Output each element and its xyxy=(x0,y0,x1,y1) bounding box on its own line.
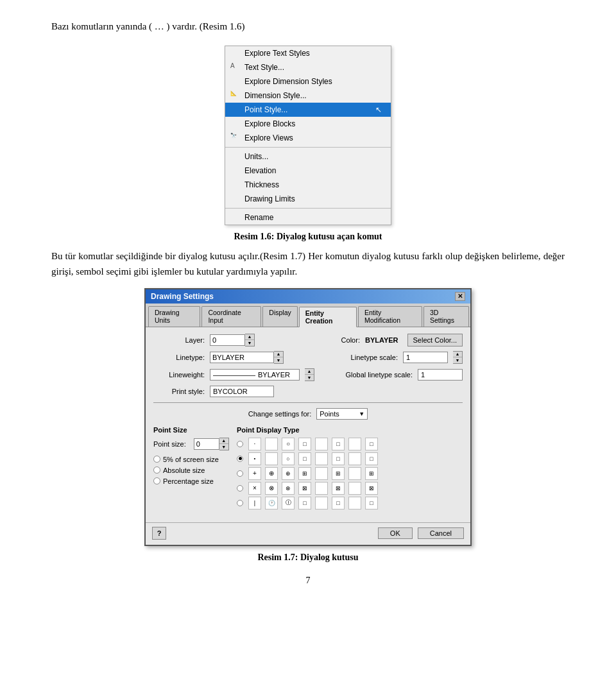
option-absolute-size[interactable]: Absolute size xyxy=(153,466,230,474)
pt5-sq-line[interactable]: □ xyxy=(298,497,311,509)
menu-item-thickness[interactable]: Thickness xyxy=(225,178,391,192)
lw-up-arrow[interactable]: ▲ xyxy=(305,369,314,375)
pt-square3[interactable]: □ xyxy=(365,438,378,450)
pt3-circle-plus[interactable]: ⊕ xyxy=(282,467,295,480)
ps-up-arrow[interactable]: ▲ xyxy=(219,438,228,444)
pt4-r6[interactable] xyxy=(348,482,361,495)
pt5-r7[interactable] xyxy=(315,497,328,509)
menu-item-explore-blocks[interactable]: Explore Blocks xyxy=(225,117,391,131)
pt-none[interactable] xyxy=(265,438,278,450)
pt-r2[interactable] xyxy=(348,438,361,450)
no-icon xyxy=(230,180,241,190)
pt2-sq3[interactable]: □ xyxy=(365,452,378,465)
linetype-down-arrow[interactable]: ▼ xyxy=(274,357,283,363)
context-menu: Explore Text Styles A Text Style... Expl… xyxy=(225,46,391,225)
linetype-scale-input[interactable] xyxy=(403,352,448,363)
pt-r1[interactable] xyxy=(315,438,328,450)
pt2-circle[interactable]: ○ xyxy=(282,452,295,465)
pt5-clock[interactable]: 🕐 xyxy=(265,497,278,509)
global-linetype-input[interactable] xyxy=(418,369,463,381)
menu-item-units[interactable]: Units... xyxy=(225,150,391,164)
linetype-input[interactable] xyxy=(210,352,274,363)
menu-item-drawing-limits[interactable]: Drawing Limits xyxy=(225,192,391,206)
pt4-x2[interactable]: ⊗ xyxy=(265,482,278,495)
tab-entity-modification[interactable]: Entity Modification xyxy=(358,306,422,327)
menu-item-explore-dimension-styles[interactable]: Explore Dimension Styles xyxy=(225,74,391,89)
pt-radio-row2[interactable] xyxy=(237,456,243,462)
pt2-r2[interactable] xyxy=(348,452,361,465)
point-size-input[interactable] xyxy=(194,438,219,450)
tab-display[interactable]: Display xyxy=(262,306,297,327)
pt2-r1[interactable] xyxy=(315,452,328,465)
radio-screen-size[interactable] xyxy=(153,456,160,463)
pt3-sq-plus[interactable]: ⊞ xyxy=(298,467,311,480)
caption-2: Resim 1.7: Diyalog kutusu xyxy=(51,552,565,563)
lts-down-arrow[interactable]: ▼ xyxy=(453,357,462,363)
print-style-input[interactable] xyxy=(210,386,274,397)
ok-button[interactable]: OK xyxy=(378,527,413,539)
menu-item-point-style[interactable]: Point Style... ↖ xyxy=(225,103,391,117)
pt-radio-row1[interactable] xyxy=(237,441,243,447)
pt-radio-row5[interactable] xyxy=(237,500,243,506)
pt-square[interactable]: □ xyxy=(298,438,311,450)
option-percentage-size[interactable]: Percentage size xyxy=(153,477,230,485)
help-button[interactable]: ? xyxy=(152,527,166,540)
menu-item-elevation[interactable]: Elevation xyxy=(225,164,391,178)
pt5-sq-line2[interactable]: □ xyxy=(332,497,345,509)
layer-spinbox[interactable]: ▲ ▼ xyxy=(210,334,255,346)
pt4-x[interactable]: × xyxy=(248,482,261,495)
pt3-sq-plus2[interactable]: ⊞ xyxy=(332,467,345,480)
tab-3d-settings[interactable]: 3D Settings xyxy=(424,306,469,327)
pt3-r4[interactable] xyxy=(348,467,361,480)
pt3-plus2[interactable]: ⊕ xyxy=(265,467,278,480)
point-size-spinbox[interactable]: ▲ ▼ xyxy=(194,438,229,450)
menu-separator-1 xyxy=(225,147,391,148)
select-color-button[interactable]: Select Color... xyxy=(407,334,463,346)
radio-absolute-size[interactable] xyxy=(153,466,160,474)
close-button[interactable]: ✕ xyxy=(455,292,465,301)
radio-percentage-size[interactable] xyxy=(153,477,160,484)
tab-drawing-units[interactable]: Drawing Units xyxy=(148,306,200,327)
pt4-sq-x[interactable]: ⊠ xyxy=(298,482,311,495)
pt4-sq-x2[interactable]: ⊠ xyxy=(332,482,345,495)
layer-up-arrow[interactable]: ▲ xyxy=(245,334,254,340)
pt3-plus[interactable]: + xyxy=(248,467,261,480)
lw-down-arrow[interactable]: ▼ xyxy=(305,375,314,381)
pt4-r5[interactable] xyxy=(315,482,328,495)
tab-entity-creation[interactable]: Entity Creation xyxy=(299,307,357,327)
pt3-sq-plus3[interactable]: ⊞ xyxy=(365,467,378,480)
cancel-button[interactable]: Cancel xyxy=(418,527,464,539)
linetype-up-arrow[interactable]: ▲ xyxy=(274,352,283,357)
pt-radio-row3[interactable] xyxy=(237,470,243,477)
pt-square2[interactable]: □ xyxy=(332,438,345,450)
menu-item-rename[interactable]: Rename xyxy=(225,210,391,225)
pt-circle[interactable]: ○ xyxy=(282,438,295,450)
pt2-dot[interactable]: • xyxy=(248,452,261,465)
pt5-line[interactable]: | xyxy=(248,497,261,509)
linetype-arrows: ▲ ▼ xyxy=(274,351,284,364)
pt2-none[interactable] xyxy=(265,452,278,465)
pt3-r3[interactable] xyxy=(315,467,328,480)
pt5-r8[interactable] xyxy=(348,497,361,509)
layer-input[interactable] xyxy=(210,334,245,346)
pt5-circle-line[interactable]: Ⓘ xyxy=(282,497,295,509)
change-settings-dropdown-arrow[interactable]: ▼ xyxy=(354,411,364,417)
pt-dot[interactable]: · xyxy=(248,438,261,450)
lts-up-arrow[interactable]: ▲ xyxy=(453,352,462,357)
pt2-sq[interactable]: □ xyxy=(298,452,311,465)
linetype-spinbox[interactable]: ▲ ▼ xyxy=(210,351,284,364)
option-screen-size[interactable]: 5% of screen size xyxy=(153,456,230,463)
menu-item-explore-views[interactable]: 🔭 Explore Views xyxy=(225,131,391,145)
pt-radio-row4[interactable] xyxy=(237,485,243,492)
pt4-sq-x3[interactable]: ⊠ xyxy=(365,482,378,495)
ps-down-arrow[interactable]: ▼ xyxy=(219,444,228,450)
pt5-sq-line3[interactable]: □ xyxy=(365,497,378,509)
menu-item-text-style[interactable]: A Text Style... xyxy=(225,60,391,74)
pt2-sq2[interactable]: □ xyxy=(332,452,345,465)
layer-down-arrow[interactable]: ▼ xyxy=(245,340,254,346)
tab-coordinate-input[interactable]: Coordinate Input xyxy=(201,306,261,327)
menu-item-explore-text-styles[interactable]: Explore Text Styles xyxy=(225,46,391,60)
menu-item-dimension-style[interactable]: 📐 Dimension Style... xyxy=(225,89,391,103)
pt4-circle-x[interactable]: ⊗ xyxy=(282,482,295,495)
text-style-icon: A xyxy=(230,62,241,73)
